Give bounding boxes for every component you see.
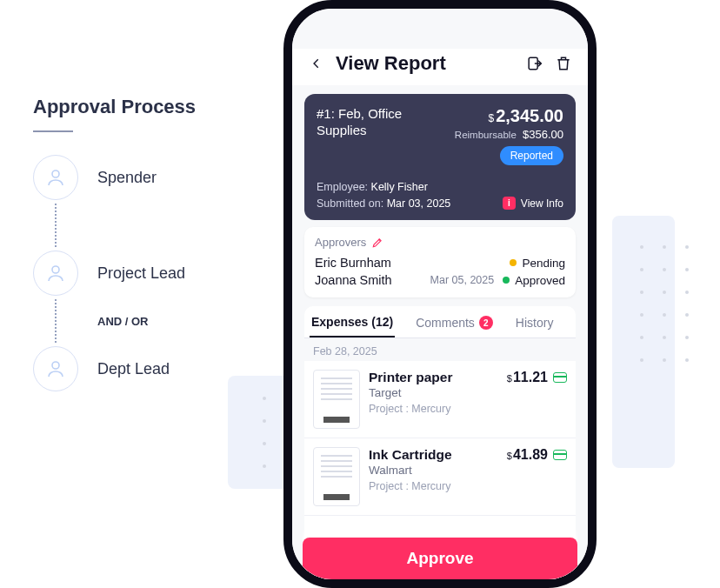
report-summary-card[interactable]: #1: Feb, Office Supplies $2,345.00 Reimb… [304, 94, 576, 220]
card-icon [553, 450, 567, 460]
approve-bar: Approve [303, 529, 577, 579]
svg-point-1 [52, 266, 59, 273]
user-icon [33, 155, 78, 200]
connector-and-or: AND / OR [33, 297, 277, 344]
role-spender: Spender [33, 153, 277, 202]
expense-title: Ink Cartridge [369, 447, 498, 463]
expense-project: Project : Mercury [369, 480, 498, 492]
status-dot-icon [510, 259, 517, 266]
trash-icon[interactable] [553, 53, 574, 74]
tabs: Expenses (12) Comments 2 History [304, 306, 576, 338]
expense-amount: $41.89 [507, 447, 567, 463]
employee-line: Employee: Kelly Fisher [317, 181, 563, 193]
approver-row: Joanna Smith Mar 05, 2025 Approved [315, 271, 565, 289]
expense-merchant: Target [369, 386, 498, 399]
expense-merchant: Walmart [369, 464, 498, 477]
expense-row[interactable]: Printer paper Target Project : Mercury $… [304, 361, 576, 438]
expense-amount: $11.21 [507, 370, 567, 385]
recall-icon[interactable] [523, 53, 544, 74]
approver-name: Eric Burnham [315, 256, 391, 270]
expense-title: Printer paper [369, 370, 498, 385]
approval-process: Approval Process Spender Project Lead AN… [33, 96, 277, 393]
process-title: Approval Process [33, 96, 277, 118]
status-badge: Reported [500, 146, 563, 165]
card-icon [553, 372, 567, 383]
approvers-panel: Approvers Eric Burnham Pending Joanna Sm… [304, 227, 576, 297]
receipt-thumbnail [313, 370, 360, 429]
user-icon [33, 251, 78, 296]
and-or-label: AND / OR [97, 315, 149, 328]
report-total: $2,345.00 [455, 106, 563, 126]
header: View Report [292, 49, 588, 85]
receipt-thumbnail [313, 447, 360, 506]
screen: View Report #1: Feb, Office Supplies $2,… [292, 9, 588, 579]
info-icon: i [503, 197, 516, 210]
approver-name: Joanna Smith [315, 273, 392, 287]
phone-frame: View Report #1: Feb, Office Supplies $2,… [283, 0, 597, 588]
page-title: View Report [336, 52, 515, 75]
view-info-button[interactable]: i View Info [503, 197, 563, 210]
role-project-lead: Project Lead [33, 249, 277, 297]
tab-comments[interactable]: Comments 2 [414, 306, 495, 337]
report-name: #1: Feb, Office Supplies [317, 106, 447, 139]
approver-status: Pending [522, 257, 565, 270]
approver-row: Eric Burnham Pending [315, 254, 565, 271]
submitted-line: Submitted on: Mar 03, 2025 [317, 197, 450, 210]
approvers-heading: Approvers [315, 236, 565, 249]
user-icon [33, 346, 78, 391]
back-button[interactable] [306, 53, 327, 74]
tab-expenses[interactable]: Expenses (12) [310, 306, 395, 337]
connector [33, 202, 277, 249]
reimbursable: Reimbursable $356.00 [455, 128, 563, 141]
approve-button[interactable]: Approve [303, 538, 577, 579]
role-label: Spender [97, 169, 157, 187]
comments-count-badge: 2 [479, 316, 493, 330]
expense-row[interactable]: Ink Cartridge Walmart Project : Mercury … [304, 438, 576, 516]
divider [33, 130, 73, 132]
svg-point-0 [52, 170, 59, 177]
role-dept-lead: Dept Lead [33, 344, 277, 393]
approver-status: Approved [515, 274, 565, 287]
role-label: Project Lead [97, 264, 185, 283]
approver-date: Mar 05, 2025 [430, 274, 495, 286]
status-dot-icon [503, 277, 510, 284]
expense-project: Project : Mercury [369, 403, 498, 415]
role-label: Dept Lead [97, 360, 170, 378]
svg-point-2 [52, 362, 59, 369]
tab-history[interactable]: History [514, 306, 556, 337]
edit-icon[interactable] [371, 237, 383, 249]
decorative-dots [640, 245, 690, 364]
group-date: Feb 28, 2025 [304, 338, 576, 361]
